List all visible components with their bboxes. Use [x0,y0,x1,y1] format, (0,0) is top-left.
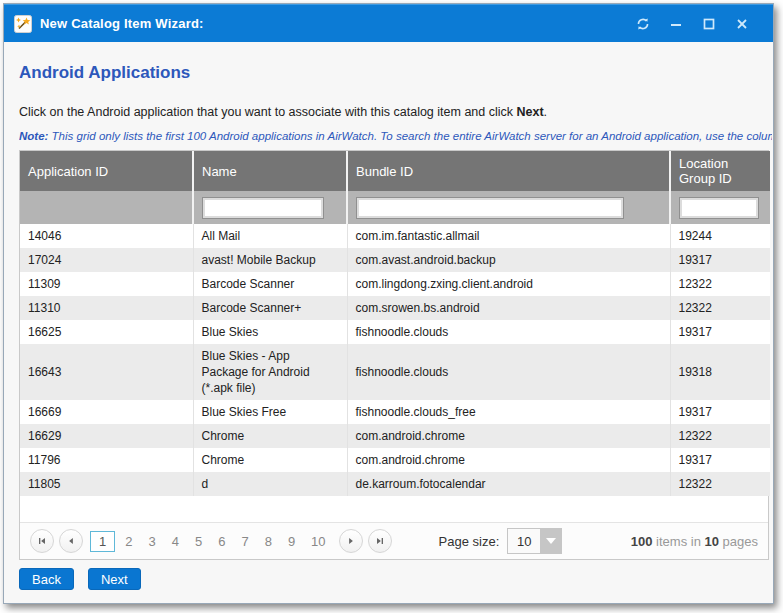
header-row: Application ID Name Bundle ID Location G… [20,151,770,191]
table-row[interactable]: 16669 Blue Skies Free fishnoodle.clouds_… [20,400,770,424]
wizard-window: New Catalog Item Wizard: [3,3,774,604]
page-size-dropdown[interactable]: 10 [507,528,562,554]
back-button[interactable]: Back [19,568,74,590]
table-row[interactable]: 11796 Chrome com.android.chrome 19317 [20,448,770,472]
cell-bundle-id[interactable]: fishnoodle.clouds [347,344,670,400]
table-row[interactable]: 16643 Blue Skies - App Package for Andro… [20,344,770,400]
next-page-button[interactable] [339,529,363,553]
cell-application-id[interactable]: 11796 [20,448,193,472]
page-number-6[interactable]: 6 [212,531,231,552]
cell-location-group-id[interactable]: 12322 [670,272,770,296]
wizard-content: Android Applications Click on the Androi… [4,42,773,603]
pages-count: 10 [704,534,718,549]
page-title: Android Applications [19,63,758,83]
last-page-button[interactable] [368,529,392,553]
cell-location-group-id[interactable]: 19318 [670,344,770,400]
cell-application-id[interactable]: 14046 [20,224,193,248]
title-bar: New Catalog Item Wizard: [4,4,773,42]
column-header-bundle-id[interactable]: Bundle ID [347,151,670,191]
column-header-application-id[interactable]: Application ID [20,151,193,191]
page-number-10[interactable]: 10 [305,531,331,552]
cell-name[interactable]: Blue Skies - App Package for Android (*.… [193,344,347,400]
cell-application-id[interactable]: 16643 [20,344,193,400]
cell-location-group-id[interactable]: 19317 [670,320,770,344]
table-row[interactable]: 11310 Barcode Scanner+ com.srowen.bs.and… [20,296,770,320]
cell-location-group-id[interactable]: 12322 [670,296,770,320]
pages-text: pages [719,534,758,549]
cell-application-id[interactable]: 11309 [20,272,193,296]
cell-location-group-id[interactable]: 19317 [670,400,770,424]
cell-location-group-id[interactable]: 19317 [670,448,770,472]
column-header-name[interactable]: Name [193,151,347,191]
instruction-suffix: . [544,105,547,119]
cell-application-id[interactable]: 17024 [20,248,193,272]
cell-name[interactable]: Blue Skies [193,320,347,344]
page-number-9[interactable]: 9 [282,531,301,552]
cell-name[interactable]: d [193,472,347,496]
page-size-label: Page size: [439,534,500,549]
cell-location-group-id[interactable]: 19244 [670,224,770,248]
page-number-3[interactable]: 3 [142,531,161,552]
note-body: This grid only lists the first 100 Andro… [48,130,772,142]
page-number-7[interactable]: 7 [235,531,254,552]
cell-name[interactable]: avast! Mobile Backup [193,248,347,272]
cell-bundle-id[interactable]: de.karroum.fotocalendar [347,472,670,496]
cell-bundle-id[interactable]: com.im.fantastic.allmail [347,224,670,248]
filter-cell-application-id [20,191,193,224]
minimize-icon[interactable] [669,17,683,31]
page-number-2[interactable]: 2 [119,531,138,552]
window-title: New Catalog Item Wizard: [40,16,204,31]
grid-empty-space [20,496,768,522]
note-label: Note: [19,130,48,142]
applications-table: Application ID Name Bundle ID Location G… [20,151,770,496]
page-number-1[interactable]: 1 [90,531,115,552]
cell-bundle-id[interactable]: com.srowen.bs.android [347,296,670,320]
cell-bundle-id[interactable]: com.avast.android.backup [347,248,670,272]
cell-location-group-id[interactable]: 12322 [670,424,770,448]
cell-name[interactable]: Chrome [193,448,347,472]
cell-location-group-id[interactable]: 19317 [670,248,770,272]
cell-application-id[interactable]: 11310 [20,296,193,320]
table-row[interactable]: 11309 Barcode Scanner com.lingdong.zxing… [20,272,770,296]
cell-name[interactable]: All Mail [193,224,347,248]
items-summary: 100 items in 10 pages [631,534,758,549]
column-header-location-group-id[interactable]: Location Group ID [670,151,770,191]
instruction-next-keyword: Next [517,105,544,119]
window-controls [636,17,749,31]
cell-location-group-id[interactable]: 12322 [670,472,770,496]
page-number-5[interactable]: 5 [189,531,208,552]
table-row[interactable]: 16629 Chrome com.android.chrome 12322 [20,424,770,448]
cell-name[interactable]: Blue Skies Free [193,400,347,424]
cell-name[interactable]: Barcode Scanner+ [193,296,347,320]
table-row[interactable]: 16625 Blue Skies fishnoodle.clouds 19317 [20,320,770,344]
filter-input-name[interactable] [202,197,324,219]
first-page-button[interactable] [30,529,54,553]
cell-bundle-id[interactable]: com.android.chrome [347,448,670,472]
cell-name[interactable]: Chrome [193,424,347,448]
cell-application-id[interactable]: 16625 [20,320,193,344]
items-count: 100 [631,534,653,549]
cell-application-id[interactable]: 11805 [20,472,193,496]
cell-bundle-id[interactable]: com.android.chrome [347,424,670,448]
page-number-4[interactable]: 4 [166,531,185,552]
table-row[interactable]: 14046 All Mail com.im.fantastic.allmail … [20,224,770,248]
cell-bundle-id[interactable]: com.lingdong.zxing.client.android [347,272,670,296]
cell-name[interactable]: Barcode Scanner [193,272,347,296]
cell-bundle-id[interactable]: fishnoodle.clouds_free [347,400,670,424]
filter-input-bundle-id[interactable] [356,197,624,219]
refresh-icon[interactable] [636,17,650,31]
filter-input-location-group-id[interactable] [679,197,759,219]
prev-page-button[interactable] [59,529,83,553]
cell-application-id[interactable]: 16669 [20,400,193,424]
cell-application-id[interactable]: 16629 [20,424,193,448]
maximize-icon[interactable] [702,17,716,31]
table-row[interactable]: 11805 d de.karroum.fotocalendar 12322 [20,472,770,496]
page-number-8[interactable]: 8 [259,531,278,552]
dropdown-arrow-icon[interactable] [540,529,561,553]
table-row[interactable]: 17024 avast! Mobile Backup com.avast.and… [20,248,770,272]
instruction-text: Click on the Android application that yo… [19,105,758,119]
next-button[interactable]: Next [88,568,141,590]
close-icon[interactable] [735,17,749,31]
cell-bundle-id[interactable]: fishnoodle.clouds [347,320,670,344]
page-size-value[interactable]: 10 [508,529,540,553]
